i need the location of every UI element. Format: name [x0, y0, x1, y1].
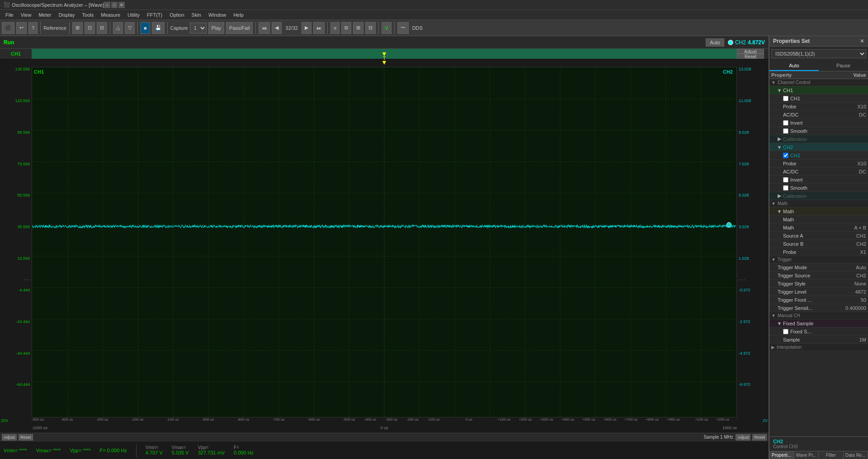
- bottom-tab-wave[interactable]: Wave Pr...: [794, 451, 819, 459]
- expand-ch2[interactable]: ▼: [777, 145, 782, 150]
- prop-math-formula[interactable]: Math A + B: [769, 224, 868, 232]
- menu-measure[interactable]: Measure: [97, 11, 124, 19]
- menu-option[interactable]: Option: [166, 11, 188, 19]
- bottom-reset-left[interactable]: Reset: [19, 434, 33, 440]
- volt-btn[interactable]: V: [382, 22, 391, 34]
- toolbar-measure-1[interactable]: △: [113, 22, 123, 34]
- subsection-ch1[interactable]: ▼ CH1: [769, 86, 868, 94]
- prop-ch1-enable[interactable]: CH1: [769, 94, 868, 103]
- prop-trigger-front[interactable]: Trigger Front ... 50: [769, 296, 868, 304]
- prop-ch2-invert[interactable]: Invert: [769, 176, 868, 184]
- bottom-adjust-left[interactable]: Adjust: [2, 434, 17, 440]
- restore-button[interactable]: □: [111, 2, 118, 8]
- ch2-invert-checkbox[interactable]: [783, 177, 788, 183]
- view-btn-4[interactable]: ⊟: [365, 22, 376, 34]
- nav-prev[interactable]: ◀: [272, 22, 282, 34]
- bottom-tab-data[interactable]: Data Re...: [844, 451, 868, 459]
- prop-trigger-sensit[interactable]: Trigger Sensit... 0.400000: [769, 304, 868, 312]
- menu-file[interactable]: File: [2, 11, 17, 19]
- toolbar-icon-1[interactable]: ⬛: [2, 22, 14, 34]
- subsection-calibration-ch2[interactable]: ▶ Calibration: [769, 192, 868, 200]
- menu-window[interactable]: Window: [205, 11, 230, 19]
- adjust-button[interactable]: Adjust: [737, 49, 764, 54]
- toolbar-cursor-3[interactable]: ⊟: [97, 22, 107, 34]
- prop-ch2-enable[interactable]: CH2: [769, 151, 868, 159]
- expand-fixed[interactable]: ▼: [777, 321, 782, 326]
- prop-sample[interactable]: Sample 1M: [769, 336, 868, 344]
- prop-trigger-style[interactable]: Trigger Style None: [769, 280, 868, 288]
- menu-meter[interactable]: Meter: [35, 11, 55, 19]
- section-trigger[interactable]: ▼ Trigger: [769, 256, 868, 263]
- expand-cal2[interactable]: ▶: [777, 193, 782, 199]
- menu-tools[interactable]: Tools: [79, 11, 98, 19]
- menu-fft[interactable]: FFT(T): [143, 11, 166, 19]
- toolbar-color[interactable]: ■: [141, 22, 150, 34]
- toolbar-measure-2[interactable]: ▽: [125, 22, 135, 34]
- toolbar-icon-2[interactable]: ↩: [16, 22, 27, 34]
- subsection-fixed-sample[interactable]: ▼ Fixed Sample: [769, 319, 868, 328]
- menu-display[interactable]: Display: [55, 11, 79, 19]
- menu-utility[interactable]: Utility: [124, 11, 143, 19]
- minimize-button[interactable]: ─: [104, 2, 110, 8]
- auto-button[interactable]: Auto: [706, 38, 724, 47]
- prop-ch2-acdc[interactable]: AC/DC DC: [769, 168, 868, 176]
- nav-last[interactable]: ⏭: [313, 22, 325, 34]
- passfail-button[interactable]: Pass/Fail: [226, 22, 253, 34]
- section-manual-ch[interactable]: ▼ Manual CH: [769, 312, 868, 319]
- ch1-checkbox[interactable]: [783, 96, 788, 101]
- prop-ch2-smooth[interactable]: Smooth: [769, 184, 868, 192]
- prop-math-probe[interactable]: Probe X1: [769, 248, 868, 256]
- prop-math-enable[interactable]: Math: [769, 215, 868, 224]
- nav-first[interactable]: ⏮: [259, 22, 270, 34]
- ch1-invert-checkbox[interactable]: [783, 120, 788, 126]
- close-button[interactable]: ✕: [118, 2, 125, 8]
- toolbar-cursor-1[interactable]: ⊞: [72, 22, 83, 34]
- menu-view[interactable]: View: [17, 11, 35, 19]
- view-btn-1[interactable]: ≡: [330, 22, 340, 34]
- menu-skin[interactable]: Skin: [188, 11, 205, 19]
- wave-btn[interactable]: 〜: [397, 22, 409, 34]
- toolbar-cursor-2[interactable]: ⊡: [85, 22, 95, 34]
- prop-ch1-acdc[interactable]: AC/DC DC: [769, 111, 868, 119]
- play-button[interactable]: Play: [208, 22, 224, 34]
- capture-select[interactable]: 125: [190, 23, 207, 33]
- prop-trigger-level[interactable]: Trigger Level 4872: [769, 288, 868, 296]
- subsection-ch2[interactable]: ▼ CH2: [769, 143, 868, 151]
- prop-fixed-s[interactable]: Fixed S...: [769, 328, 868, 336]
- bottom-reset-right[interactable]: Reset: [752, 434, 767, 440]
- expand-cal1[interactable]: ▶: [777, 136, 782, 142]
- section-math[interactable]: ▼ Math: [769, 200, 868, 207]
- subsection-calibration-ch1[interactable]: ▶ Calibration: [769, 135, 868, 143]
- toolbar-save[interactable]: 💾: [152, 22, 165, 34]
- fixed-s-checkbox[interactable]: [783, 329, 788, 334]
- expand-math[interactable]: ▼: [777, 209, 782, 214]
- properties-close-button[interactable]: ✕: [860, 38, 864, 44]
- bottom-tab-filter[interactable]: Filter: [819, 451, 844, 459]
- waveform-canvas[interactable]: CH1 CH2: [32, 67, 737, 417]
- subsection-math[interactable]: ▼ Math: [769, 207, 868, 215]
- menu-help[interactable]: Help: [230, 11, 247, 19]
- ch1-smooth-checkbox[interactable]: [783, 128, 788, 134]
- ch2-smooth-checkbox[interactable]: [783, 185, 788, 191]
- bottom-tab-properti[interactable]: Properti...: [769, 451, 794, 459]
- section-channel-control[interactable]: ▼ Channel Control: [769, 79, 868, 86]
- tab-pause[interactable]: Pause: [819, 61, 868, 71]
- view-btn-2[interactable]: ⧉: [341, 22, 351, 34]
- section-interpolation[interactable]: ▶ Interpolation: [769, 344, 868, 351]
- prop-ch1-probe[interactable]: Probe X10: [769, 103, 868, 111]
- view-btn-3[interactable]: ⊞: [353, 22, 363, 34]
- bottom-adjust-right[interactable]: Adjust: [736, 434, 750, 440]
- device-select[interactable]: ISDS205B(1,1)(2): [771, 49, 866, 58]
- prop-ch1-invert[interactable]: Invert: [769, 119, 868, 127]
- prop-ch1-smooth[interactable]: Smooth: [769, 127, 868, 135]
- prop-trigger-mode[interactable]: Trigger Mode Auto: [769, 263, 868, 272]
- nav-next[interactable]: ▶: [302, 22, 311, 34]
- prop-ch2-probe[interactable]: Probe X10: [769, 159, 868, 168]
- prop-source-b[interactable]: Source B CH2: [769, 240, 868, 248]
- tab-auto[interactable]: Auto: [769, 61, 819, 71]
- expand-ch1[interactable]: ▼: [777, 88, 782, 93]
- properties-tree[interactable]: ▼ Channel Control ▼ CH1 CH1 Probe X10: [769, 79, 868, 436]
- prop-trigger-source[interactable]: Trigger Source CH2: [769, 272, 868, 280]
- toolbar-icon-3[interactable]: ?: [28, 22, 38, 34]
- reset-button[interactable]: Reset: [737, 54, 764, 59]
